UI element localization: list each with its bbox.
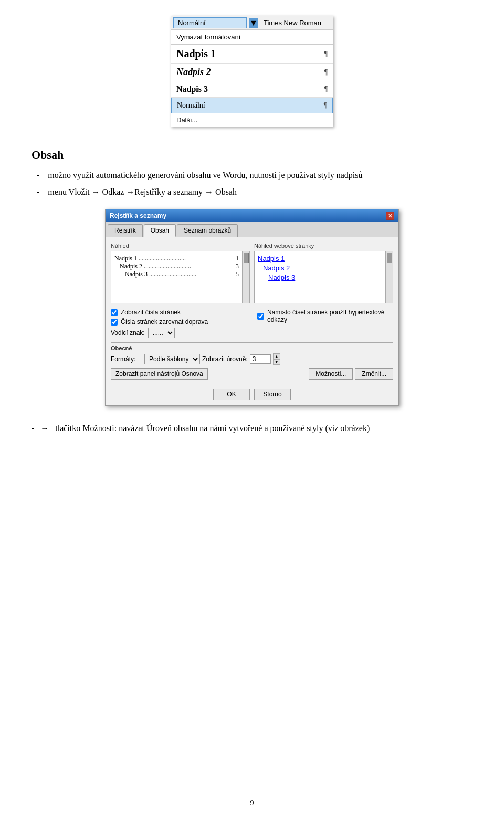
styles-dropdown-panel: Normální ▼ Times New Roman Vymazat formá…	[171, 16, 333, 127]
toc-line3-label: Nadpis 3 ..............................	[125, 270, 196, 278]
web-link-1: Nadpis 1	[258, 255, 382, 263]
style-heading1-item[interactable]: Nadpis 1 ¶	[171, 45, 333, 64]
bullet-text-1: možno využít automatického generování ob…	[48, 169, 362, 182]
heading1-para-mark: ¶	[324, 50, 328, 58]
dropdown-arrow-btn[interactable]: ▼	[249, 18, 258, 28]
dialog-body: Náhled Nadpis 1 ........................…	[106, 237, 398, 405]
style-heading3-item[interactable]: Nadpis 3 ¶	[171, 81, 333, 98]
toc-preview-wrapper: Nadpis 1 .............................. …	[111, 251, 250, 303]
toc-line3-page: 5	[236, 270, 239, 278]
levels-spinner[interactable]: ▲ ▼	[273, 353, 280, 365]
web-scrollbar-thumb	[387, 253, 392, 263]
bullet-item-2: - menu Vložit → Odkaz →Rejstříky a sezna…	[37, 186, 472, 198]
checkbox-hyperlinks-input[interactable]	[257, 313, 264, 320]
bottom-text-content: tlačítko Možnosti: navázat Úroveň obsahu…	[55, 424, 370, 433]
dialog-tabs: Rejstřík Obsah Seznam obrázků	[106, 222, 398, 237]
toc-preview-box: Nadpis 1 .............................. …	[111, 251, 243, 303]
web-preview-section: Náhled webové stránky Nadpis 1 Nadpis 2 …	[254, 243, 393, 303]
toc-line2-page: 3	[236, 263, 239, 270]
bottom-text-block: - → tlačítko Možnosti: navázat Úroveň ob…	[32, 422, 472, 435]
toc-preview-content: Nadpis 1 .............................. …	[114, 255, 239, 278]
more-styles-item[interactable]: Další...	[171, 113, 333, 127]
bottom-dash: -	[32, 424, 34, 433]
toc-line1-label: Nadpis 1 ..............................	[114, 255, 186, 263]
toc-line2-label: Nadpis 2 ..............................	[120, 263, 191, 270]
normal-label: Normální	[177, 101, 205, 110]
dialog-ok-row: OK Storno	[111, 384, 393, 400]
web-preview-box: Nadpis 1 Nadpis 2 Nadpis 3	[254, 251, 386, 303]
style-heading2-item[interactable]: Nadpis 2 ¶	[171, 64, 333, 81]
checkbox-align-right-input[interactable]	[111, 319, 118, 326]
bullet-item-1: - možno využít automatického generování …	[37, 169, 472, 182]
checkbox-show-pages-label: Zobrazit čísla stránek	[121, 309, 181, 316]
heading3-para-mark: ¶	[324, 85, 328, 93]
bullet-dash-1: -	[37, 169, 39, 182]
heading3-label: Nadpis 3	[176, 85, 208, 94]
change-button[interactable]: Změnit...	[355, 368, 393, 380]
options-change-buttons: Možnosti... Změnit...	[309, 368, 393, 380]
dialog-close-button[interactable]: ✕	[386, 212, 394, 220]
toc-line1-page: 1	[236, 255, 239, 263]
web-link-3: Nadpis 3	[258, 274, 382, 281]
levels-input[interactable]	[250, 354, 271, 364]
leader-select[interactable]: ......	[148, 328, 175, 338]
formats-select[interactable]: Podle šablony	[144, 354, 200, 364]
leader-label: Vodicí znak:	[111, 329, 145, 337]
main-bullet-list: - možno využít automatického generování …	[37, 169, 472, 198]
spin-down-btn[interactable]: ▼	[273, 359, 280, 365]
bullet-text-2: menu Vložit → Odkaz →Rejstříky a seznamy…	[48, 186, 237, 198]
toc-preview-label: Náhled	[111, 243, 250, 249]
toc-scrollbar-thumb	[244, 253, 249, 263]
heading2-para-mark: ¶	[324, 68, 328, 77]
web-preview-wrapper: Nadpis 1 Nadpis 2 Nadpis 3	[254, 251, 393, 303]
heading2-label: Nadpis 2	[176, 67, 211, 78]
web-link-2: Nadpis 2	[258, 264, 382, 272]
bullet-dash-2: -	[37, 186, 39, 198]
leader-row: Vodicí znak: ......	[111, 328, 247, 338]
general-section-label: Obecné	[111, 342, 393, 351]
normal-para-mark: ¶	[324, 101, 327, 110]
formats-label: Formáty:	[111, 355, 142, 363]
checkbox-hyperlinks: Namísto čísel stránek použít hypertextov…	[257, 309, 393, 323]
right-options: Namísto čísel stránek použít hypertextov…	[257, 309, 393, 342]
bottom-arrow: →	[40, 424, 49, 433]
dialog-bottom-row: Zobrazit panel nástrojů Osnova Možnosti.…	[111, 368, 393, 380]
checkbox-hyperlinks-label: Namísto čísel stránek použít hypertextov…	[267, 309, 393, 323]
toc-line-2: Nadpis 2 .............................. …	[114, 263, 239, 270]
checkbox-align-right-label: Čísla stránek zarovnat doprava	[121, 318, 208, 326]
levels-label: Zobrazit úrovně:	[202, 355, 248, 363]
rejstrik-dialog: Rejstřík a seznamy ✕ Rejstřík Obsah Sezn…	[105, 209, 399, 406]
font-name-display: Times New Roman	[260, 18, 331, 28]
web-scrollbar	[386, 251, 393, 303]
left-options: Zobrazit čísla stránek Čísla stránek zar…	[111, 309, 247, 342]
options-row: Zobrazit čísla stránek Čísla stránek zar…	[111, 309, 393, 342]
show-outline-button[interactable]: Zobrazit panel nástrojů Osnova	[111, 368, 208, 380]
toc-preview-section: Náhled Nadpis 1 ........................…	[111, 243, 250, 303]
ok-button[interactable]: OK	[213, 389, 250, 400]
style-normal-item[interactable]: Normální ¶	[171, 98, 333, 113]
dialog-title: Rejstřík a seznamy	[110, 212, 166, 219]
toc-line-1: Nadpis 1 .............................. …	[114, 255, 239, 263]
current-style-display: Normální	[173, 17, 247, 28]
tab-seznam-obrazku[interactable]: Seznam obrázků	[177, 224, 238, 237]
checkbox-show-pages-input[interactable]	[111, 309, 118, 316]
options-button[interactable]: Možnosti...	[309, 368, 353, 380]
cancel-button[interactable]: Storno	[254, 389, 291, 400]
tab-obsah[interactable]: Obsah	[144, 224, 176, 237]
web-preview-label: Náhled webové stránky	[254, 243, 393, 249]
dialog-screenshot: Rejstřík a seznamy ✕ Rejstřík Obsah Sezn…	[32, 209, 472, 406]
dialog-titlebar: Rejstřík a seznamy ✕	[106, 209, 398, 222]
dropdown-top-bar: Normální ▼ Times New Roman	[171, 16, 333, 30]
formats-row: Formáty: Podle šablony Zobrazit úrovně: …	[111, 353, 393, 365]
checkbox-show-page-numbers: Zobrazit čísla stránek	[111, 309, 247, 316]
clear-format-item[interactable]: Vymazat formátování	[171, 30, 333, 45]
spin-up-btn[interactable]: ▲	[273, 353, 280, 359]
page-number: 9	[250, 799, 254, 807]
styles-dropdown-screenshot: Normální ▼ Times New Roman Vymazat formá…	[32, 16, 472, 127]
tab-rejstrik[interactable]: Rejstřík	[108, 224, 143, 237]
heading1-label: Nadpis 1	[176, 48, 216, 60]
preview-row: Náhled Nadpis 1 ........................…	[111, 243, 393, 303]
checkbox-align-right: Čísla stránek zarovnat doprava	[111, 318, 247, 326]
section-title: Obsah	[32, 148, 472, 162]
toc-line-3: Nadpis 3 .............................. …	[114, 270, 239, 278]
